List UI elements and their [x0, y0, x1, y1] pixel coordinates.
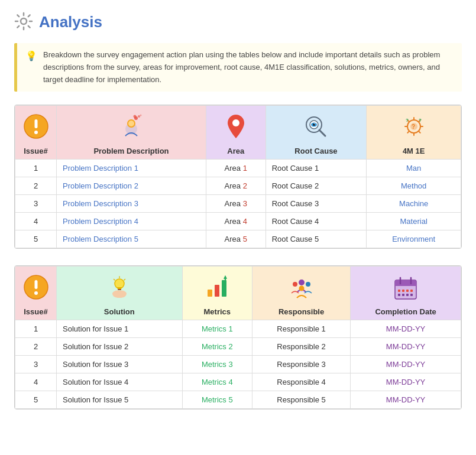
cell-completion: MM-DD-YY — [351, 338, 461, 356]
cell-area: Area 4 — [206, 213, 265, 230]
table-row: 2 Solution for Issue 2 Metrics 2 Respons… — [15, 338, 461, 356]
cell-area: Area 5 — [206, 230, 265, 248]
cell-rootcause: Root Cause 2 — [265, 177, 367, 195]
th-solution-label: Solution — [104, 307, 135, 316]
th-completion-label: Completion Date — [375, 307, 436, 316]
cell-completion: MM-DD-YY — [351, 356, 461, 373]
th-area-label: Area — [227, 147, 244, 155]
svg-point-10 — [133, 115, 136, 118]
cell-rootcause: Root Cause 1 — [265, 160, 367, 177]
cell-completion: MM-DD-YY — [351, 391, 461, 409]
svg-rect-31 — [208, 290, 212, 297]
cell-issue: 5 — [15, 230, 57, 248]
svg-line-30 — [124, 280, 125, 281]
cell-metrics: Metrics 1 — [182, 320, 252, 338]
cell-completion: MM-DD-YY — [351, 320, 461, 338]
issue-icon — [23, 113, 49, 143]
cell-metrics: Metrics 2 — [182, 338, 252, 356]
svg-rect-46 — [406, 290, 409, 292]
cell-issue: 1 — [15, 320, 57, 338]
cell-responsible: Responsible 1 — [252, 320, 351, 338]
table-row: 1 Solution for Issue 1 Metrics 1 Respons… — [15, 320, 461, 338]
info-box-text: Breakdown the survey engagement action p… — [43, 49, 454, 86]
cell-issue: 2 — [15, 338, 57, 356]
table-row: 2 Problem Description 2 Area 2 Root Caus… — [15, 177, 461, 195]
cell-4m1e: Machine — [367, 195, 461, 213]
cell-issue: 4 — [15, 373, 57, 391]
th-completion: Completion Date — [351, 266, 461, 320]
svg-point-36 — [293, 282, 297, 287]
cell-area: Area 1 — [206, 160, 265, 177]
cell-issue: 5 — [15, 391, 57, 409]
svg-rect-33 — [222, 280, 226, 297]
th-metrics: Metrics — [182, 266, 252, 320]
area-icon — [224, 113, 248, 143]
svg-line-29 — [114, 280, 115, 281]
svg-rect-48 — [398, 294, 400, 296]
cell-issue: 4 — [15, 213, 57, 230]
problem-icon — [118, 113, 144, 143]
rootcause-icon — [303, 113, 329, 143]
th-rootcause: Root Cause — [265, 106, 367, 160]
cell-4m1e: Man — [367, 160, 461, 177]
svg-rect-2 — [34, 119, 37, 128]
th-rootcause-label: Root Cause — [294, 147, 337, 155]
page-title: Analysis — [39, 13, 102, 31]
cell-solution: Solution for Issue 3 — [57, 356, 183, 373]
completion-icon — [394, 277, 417, 304]
svg-text:?: ? — [406, 118, 409, 123]
4m1e-icon: ? ? ? — [401, 113, 427, 143]
svg-rect-24 — [34, 280, 37, 289]
page-header: Analysis — [14, 12, 462, 32]
th-area: Area — [206, 106, 265, 160]
svg-point-0 — [21, 18, 27, 24]
cell-4m1e: Environment — [367, 230, 461, 248]
svg-point-16 — [315, 124, 316, 125]
cell-responsible: Responsible 4 — [252, 373, 351, 391]
svg-line-17 — [319, 130, 325, 136]
svg-rect-50 — [406, 294, 409, 296]
svg-text:?: ? — [419, 118, 422, 123]
svg-rect-47 — [410, 290, 413, 292]
table2: Issue# — [15, 266, 461, 409]
cell-rootcause: Root Cause 4 — [265, 213, 367, 230]
metrics-icon — [204, 274, 230, 304]
cell-metrics: Metrics 3 — [182, 356, 252, 373]
svg-rect-41 — [395, 284, 416, 286]
th-issue: Issue# — [15, 106, 57, 160]
cell-problem: Problem Description 2 — [57, 177, 206, 195]
table-row: 5 Solution for Issue 5 Metrics 5 Respons… — [15, 391, 461, 409]
cell-problem: Problem Description 3 — [57, 195, 206, 213]
cell-solution: Solution for Issue 5 — [57, 391, 183, 409]
svg-rect-44 — [398, 290, 400, 292]
table-row: 4 Solution for Issue 4 Metrics 4 Respons… — [15, 373, 461, 391]
table1-wrapper: Issue# — [14, 105, 462, 249]
info-box: 💡 Breakdown the survey engagement action… — [14, 43, 462, 92]
svg-point-3 — [34, 131, 38, 134]
cell-4m1e: Method — [367, 177, 461, 195]
th-responsible: Responsible — [252, 266, 351, 320]
cell-solution: Solution for Issue 2 — [57, 338, 183, 356]
th-issue-label: Issue# — [24, 147, 47, 155]
svg-point-35 — [299, 280, 305, 285]
cell-area: Area 2 — [206, 177, 265, 195]
svg-point-26 — [115, 279, 124, 288]
cell-rootcause: Root Cause 3 — [265, 195, 367, 213]
th-metrics-label: Metrics — [204, 307, 231, 316]
cell-rootcause: Root Cause 5 — [265, 230, 367, 248]
svg-rect-51 — [410, 294, 413, 296]
cell-problem: Problem Description 4 — [57, 213, 206, 230]
svg-point-38 — [299, 286, 304, 291]
th-responsible-label: Responsible — [279, 307, 324, 316]
table2-wrapper: Issue# — [14, 265, 462, 410]
cell-metrics: Metrics 5 — [182, 391, 252, 409]
cell-solution: Solution for Issue 4 — [57, 373, 183, 391]
svg-rect-49 — [402, 294, 404, 296]
cell-4m1e: Material — [367, 213, 461, 230]
svg-point-25 — [34, 291, 38, 295]
th-4m1e: ? ? ? 4M 1E — [367, 106, 461, 160]
cell-problem: Problem Description 5 — [57, 230, 206, 248]
svg-text:?: ? — [412, 124, 415, 130]
svg-rect-32 — [215, 285, 219, 297]
cell-issue: 1 — [15, 160, 57, 177]
